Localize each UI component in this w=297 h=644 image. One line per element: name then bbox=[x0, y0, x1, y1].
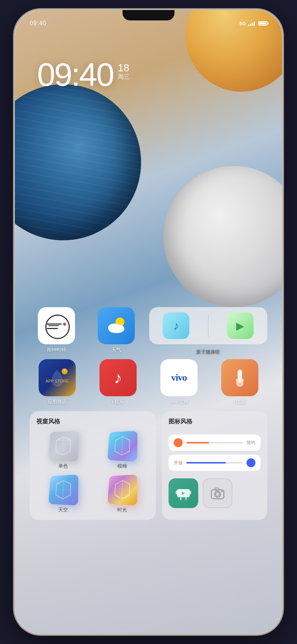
music-icon[interactable]: ♪ bbox=[163, 312, 189, 339]
itheme-wrap[interactable]: i 主题 bbox=[212, 359, 267, 405]
camera-svg bbox=[208, 484, 227, 502]
open-option-label: 开放 bbox=[174, 460, 183, 466]
imusic-wrap[interactable]: ♪ i 音乐 bbox=[91, 359, 146, 405]
alarm-line-1 bbox=[47, 323, 66, 326]
svg-rect-7 bbox=[238, 370, 242, 380]
svg-rect-13 bbox=[180, 497, 182, 500]
widget-row: 视窗风格 单色 bbox=[30, 411, 267, 520]
svg-text:APP STORE: APP STORE bbox=[46, 379, 69, 383]
svg-rect-12 bbox=[189, 491, 191, 494]
play-icon[interactable]: ▶ bbox=[227, 312, 254, 339]
icon-style-options: 简约 开放 bbox=[169, 435, 261, 471]
music-widget-label: 原子随身听 bbox=[196, 349, 220, 355]
lock-clock: 09:40 18 周三 bbox=[37, 58, 130, 91]
cube-time-icon bbox=[107, 475, 137, 505]
itheme-icon[interactable] bbox=[221, 359, 258, 396]
network-type: 5G bbox=[239, 21, 246, 26]
style-blur[interactable]: 模糊 bbox=[95, 431, 149, 469]
time-cube-svg bbox=[107, 475, 137, 505]
alarm-line-2 bbox=[47, 328, 66, 329]
imusic-icon[interactable]: ♪ bbox=[99, 359, 137, 396]
slider-fill-2 bbox=[186, 462, 226, 464]
vivo-label: vivo官网 bbox=[170, 399, 188, 405]
alarm-app-icon[interactable] bbox=[38, 307, 75, 344]
svg-point-3 bbox=[109, 326, 124, 333]
notch bbox=[123, 10, 174, 20]
clock-day: 18 bbox=[118, 63, 130, 73]
style-open-option[interactable]: 开放 bbox=[169, 455, 261, 471]
status-icons: 5G bbox=[239, 21, 267, 26]
appstore-wrap[interactable]: APP STORE ° 应用商店 bbox=[30, 359, 85, 405]
alarm-label: 闹钟时钟 bbox=[47, 347, 66, 353]
window-style-title: 视窗风格 bbox=[36, 418, 149, 426]
cube-sky-icon bbox=[49, 475, 79, 505]
signal-bars bbox=[248, 21, 255, 26]
alarm-dash bbox=[47, 323, 62, 325]
clock-date: 18 周三 bbox=[118, 58, 130, 81]
svg-point-9 bbox=[236, 381, 244, 387]
weather-label: 天气 bbox=[111, 347, 121, 353]
status-time: 09:40 bbox=[30, 20, 46, 27]
cube-blur-icon bbox=[107, 431, 137, 462]
camera-app-icon[interactable] bbox=[203, 478, 232, 508]
weather-app-icon[interactable] bbox=[98, 307, 135, 344]
mono-label: 单色 bbox=[58, 463, 68, 469]
simple-option-label: 简约 bbox=[247, 440, 255, 446]
app-row-2: APP STORE ° 应用商店 ♪ i 音乐 vivo vi bbox=[30, 359, 267, 405]
style-sky[interactable]: 天空 bbox=[36, 475, 90, 513]
music-widget[interactable]: ♪ ▶ bbox=[149, 307, 267, 344]
signal-bar-3 bbox=[252, 23, 253, 26]
itheme-label: i 主题 bbox=[234, 399, 246, 405]
time-label: 时光 bbox=[117, 507, 127, 513]
cube-mono-icon bbox=[49, 431, 79, 462]
svg-rect-11 bbox=[176, 491, 178, 494]
style-simple-option[interactable]: 简约 bbox=[169, 435, 261, 451]
appstore-icon[interactable]: APP STORE ° bbox=[39, 359, 76, 396]
mono-cube-svg bbox=[49, 431, 79, 462]
style-mono[interactable]: 单色 bbox=[36, 431, 90, 469]
phone-frame: 09:40 5G 09:40 18 周三 bbox=[15, 10, 282, 634]
vivo-wrap[interactable]: vivo vivo官网 bbox=[151, 359, 206, 405]
signal-bar-4 bbox=[254, 22, 255, 26]
battery-icon bbox=[258, 21, 267, 26]
clock-time: 09:40 bbox=[37, 58, 113, 91]
theme-brush-svg bbox=[229, 367, 251, 389]
clock-weekday: 周三 bbox=[118, 73, 130, 81]
alarm-lines bbox=[39, 315, 74, 336]
imusic-label: i 音乐 bbox=[112, 399, 124, 405]
alarm-app-wrap[interactable]: 闹钟时钟 bbox=[30, 307, 84, 353]
style-grid: 单色 模糊 bbox=[36, 431, 149, 513]
music-widget-wrap[interactable]: ♪ ▶ 原子随身听 bbox=[149, 307, 267, 355]
vivo-text: vivo bbox=[171, 372, 187, 383]
blur-cube-svg bbox=[107, 431, 137, 462]
weather-app-wrap[interactable]: 天气 bbox=[89, 307, 143, 353]
android-app-icon[interactable]: ▶ bbox=[169, 478, 198, 508]
blur-label: 模糊 bbox=[117, 463, 127, 469]
signal-bar-2 bbox=[250, 24, 251, 26]
window-style-widget[interactable]: 视窗风格 单色 bbox=[30, 411, 156, 520]
battery-fill bbox=[260, 22, 266, 25]
svg-point-20 bbox=[221, 491, 223, 492]
bottom-app-row: ▶ bbox=[169, 478, 261, 508]
android-svg: ▶ bbox=[174, 484, 193, 502]
appstore-label: 应用商店 bbox=[48, 399, 67, 405]
style-dot-blue bbox=[247, 458, 255, 467]
style-slider-1[interactable] bbox=[186, 442, 243, 443]
appstore-svg: APP STORE ° bbox=[44, 365, 70, 391]
style-dot-orange bbox=[174, 438, 183, 447]
sky-cube-svg bbox=[49, 475, 79, 505]
alarm-slash bbox=[47, 328, 58, 329]
weather-svg bbox=[104, 314, 128, 338]
sky-label: 天空 bbox=[58, 507, 68, 513]
widget-divider bbox=[208, 315, 209, 337]
icon-style-widget[interactable]: 图标风格 简约 开放 bbox=[162, 411, 267, 520]
play-triangle-icon: ▶ bbox=[236, 320, 244, 332]
app-area: 闹钟时钟 天气 ♪ bbox=[15, 300, 282, 634]
style-slider-2[interactable] bbox=[186, 462, 243, 464]
svg-text:▶: ▶ bbox=[182, 491, 185, 495]
slider-fill-1 bbox=[186, 442, 209, 443]
style-time[interactable]: 时光 bbox=[95, 475, 149, 513]
svg-rect-14 bbox=[185, 497, 187, 500]
vivo-icon[interactable]: vivo bbox=[160, 359, 198, 396]
music-note-icon: ♪ bbox=[173, 319, 179, 333]
